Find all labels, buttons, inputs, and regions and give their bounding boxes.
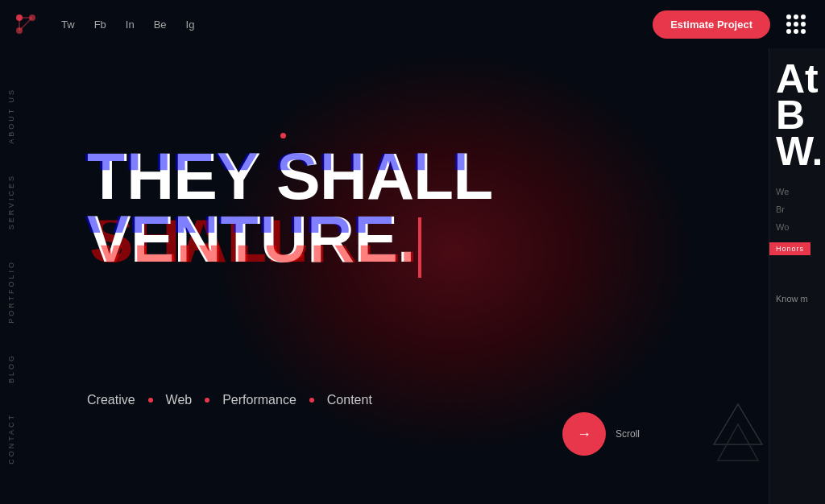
grid-dot bbox=[786, 29, 791, 34]
grid-dot bbox=[794, 22, 798, 27]
tagline-content: Content bbox=[327, 393, 372, 407]
main-content: THEY SHALL VENTURE. Creative Web Perform… bbox=[23, 48, 825, 504]
scroll-label: Scroll bbox=[616, 428, 640, 440]
svg-marker-7 bbox=[718, 424, 758, 461]
grid-dot bbox=[786, 22, 791, 27]
honors-badge: Honors bbox=[769, 242, 810, 255]
tagline-web: Web bbox=[166, 393, 193, 407]
nav-links: Tw Fb In Be Ig bbox=[61, 19, 194, 31]
hero-line1-text: THEY SHALL bbox=[87, 145, 492, 208]
sidebar-item-services[interactable]: SERVICES bbox=[7, 174, 15, 229]
hero-title: THEY SHALL VENTURE. bbox=[87, 145, 492, 275]
sidebar-item-contact[interactable]: CONTACT bbox=[7, 413, 15, 465]
grid-dot bbox=[801, 14, 806, 19]
header-right: Estimate Project bbox=[653, 10, 806, 39]
logo-icon bbox=[13, 11, 39, 37]
grid-dot bbox=[801, 22, 806, 27]
sidebar-item-portfolio[interactable]: PORTFOLIO bbox=[7, 260, 15, 324]
nav-be[interactable]: Be bbox=[154, 19, 167, 31]
sidebar-item-about-us[interactable]: ABOUT US bbox=[7, 88, 15, 144]
right-panel-title: AtBW. bbox=[769, 48, 825, 183]
tagline: Creative Web Performance Content bbox=[87, 393, 372, 407]
grid-dot bbox=[794, 14, 798, 19]
grid-dot bbox=[801, 29, 806, 34]
tagline-creative: Creative bbox=[87, 393, 135, 407]
grid-menu-icon[interactable] bbox=[786, 14, 806, 34]
grid-dot bbox=[786, 14, 791, 19]
rp-link-3: Wo bbox=[776, 222, 789, 232]
scroll-circle-button[interactable]: → bbox=[562, 412, 606, 456]
triangles-svg bbox=[706, 396, 770, 477]
right-panel-links: We Br Wo bbox=[769, 183, 825, 236]
hero-text: THEY SHALL VENTURE. bbox=[87, 145, 492, 275]
estimate-project-button[interactable]: Estimate Project bbox=[653, 10, 770, 39]
nav-fb[interactable]: Fb bbox=[94, 19, 106, 31]
sidebar-item-blog[interactable]: BLOG bbox=[7, 353, 15, 383]
decorative-triangles bbox=[706, 396, 770, 480]
tagline-performance: Performance bbox=[222, 393, 296, 407]
grid-dot bbox=[794, 29, 798, 34]
rp-link-2: Br bbox=[776, 204, 785, 214]
hero-line2: VENTURE. bbox=[87, 208, 492, 275]
logo[interactable] bbox=[13, 11, 39, 37]
nav-ig[interactable]: Ig bbox=[186, 19, 195, 31]
sidebar-left: ABOUT US SERVICES PORTFOLIO BLOG CONTACT bbox=[0, 48, 23, 504]
hero-line2-text: VENTURE. bbox=[87, 208, 415, 271]
header: Tw Fb In Be Ig Estimate Project bbox=[0, 0, 825, 48]
rp-link-1: We bbox=[776, 187, 789, 196]
tagline-dot-3 bbox=[309, 398, 314, 403]
cursor-bar bbox=[418, 217, 421, 278]
header-left: Tw Fb In Be Ig bbox=[13, 11, 194, 37]
scroll-button-area: → Scroll bbox=[562, 412, 640, 456]
arrow-right-icon: → bbox=[577, 426, 591, 443]
nav-tw[interactable]: Tw bbox=[61, 19, 75, 31]
tagline-dot-1 bbox=[148, 398, 153, 403]
hero-line1: THEY SHALL bbox=[87, 145, 492, 208]
tagline-dot-2 bbox=[205, 398, 209, 403]
know-more-text: Know m bbox=[769, 294, 825, 304]
right-panel: AtBW. We Br Wo Honors Know m bbox=[769, 48, 825, 504]
nav-in[interactable]: In bbox=[126, 19, 135, 31]
decorative-dot bbox=[280, 133, 286, 138]
